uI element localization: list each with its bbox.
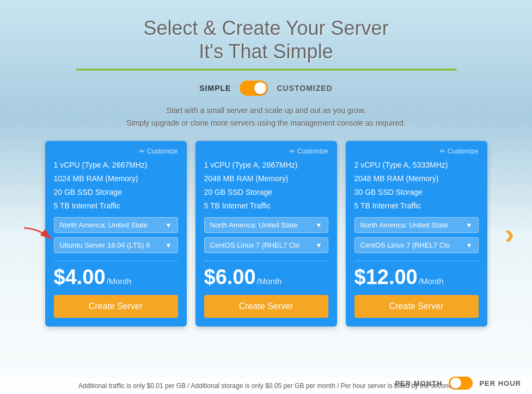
card1-divider bbox=[54, 261, 178, 261]
customize-label-3: Customize bbox=[448, 147, 479, 155]
pricing-card-3: ✏ Customize 2 vCPU (Type A, 5333MHz) 204… bbox=[346, 141, 487, 327]
card1-spec-3: 20 GB SSD Storage bbox=[54, 187, 178, 198]
subtitle-line2: Simply upgrade or clone more servers usi… bbox=[126, 119, 406, 127]
mode-toggle-row: SIMPLE CUSTOMIZED bbox=[199, 81, 332, 96]
card2-period: /Month bbox=[257, 276, 282, 286]
os-dropdown-arrow-2: ▼ bbox=[316, 242, 322, 249]
card2-region-dropdown[interactable]: North America: United State ▼ bbox=[204, 217, 328, 233]
os-dropdown-arrow-3: ▼ bbox=[466, 242, 473, 249]
subtitle: Start with a small server and scale up a… bbox=[126, 104, 406, 129]
card1-price: $4.00 bbox=[54, 267, 106, 287]
pencil-icon-3: ✏ bbox=[440, 147, 445, 155]
customize-link-2[interactable]: ✏ Customize bbox=[204, 147, 328, 155]
create-server-btn-3[interactable]: Create Server bbox=[354, 295, 479, 318]
card2-price: $6.00 bbox=[204, 267, 256, 287]
card2-spec-3: 20 GB SSD Storage bbox=[204, 187, 328, 198]
next-arrow[interactable]: › bbox=[505, 218, 514, 250]
customize-link-3[interactable]: ✏ Customize bbox=[354, 147, 479, 155]
card2-price-row: $6.00 /Month bbox=[204, 267, 328, 287]
page-title: Select & Create Your Server It's That Si… bbox=[143, 16, 388, 63]
card2-region-value: North America: United State bbox=[210, 221, 298, 229]
create-server-btn-1[interactable]: Create Server bbox=[54, 295, 178, 318]
card3-os-dropdown[interactable]: CentOS Linux 7 (RHEL7 Clo ▼ bbox=[354, 237, 479, 253]
customized-label: CUSTOMIZED bbox=[277, 84, 332, 93]
os-dropdown-arrow-1: ▼ bbox=[166, 242, 172, 249]
title-line1: Select & Create Your Server bbox=[143, 17, 388, 39]
card1-spec-1: 1 vCPU (Type A, 2667MHz) bbox=[54, 159, 178, 171]
card2-os-value: CentOS Linux 7 (RHEL7 Clo bbox=[210, 241, 300, 249]
create-server-btn-2[interactable]: Create Server bbox=[204, 295, 328, 318]
subtitle-line1: Start with a small server and scale up a… bbox=[167, 106, 366, 115]
card3-os-value: CentOS Linux 7 (RHEL7 Clo bbox=[360, 241, 450, 249]
card3-period: /Month bbox=[419, 276, 444, 286]
card3-spec-4: 5 TB Internet Traffic bbox=[354, 200, 479, 212]
pricing-card-1: ✏ Customize 1 vCPU (Type A, 2667MHz) 102… bbox=[45, 141, 187, 327]
card2-spec-2: 2048 MB RAM (Memory) bbox=[204, 173, 328, 184]
card1-os-dropdown[interactable]: Ubuntu Server 18.04 (LTS) 6 ▼ bbox=[54, 237, 178, 253]
arrow-indicator bbox=[21, 225, 54, 249]
card3-price: $12.00 bbox=[354, 267, 418, 287]
customize-link-1[interactable]: ✏ Customize bbox=[54, 147, 178, 155]
card3-spec-1: 2 vCPU (Type A, 5333MHz) bbox=[354, 159, 479, 171]
pencil-icon-1: ✏ bbox=[139, 147, 145, 155]
region-dropdown-arrow-1: ▼ bbox=[166, 221, 172, 229]
pricing-cards: ✏ Customize 1 vCPU (Type A, 2667MHz) 102… bbox=[45, 141, 487, 327]
card2-spec-4: 5 TB Internet Traffic bbox=[204, 200, 328, 212]
region-dropdown-arrow-3: ▼ bbox=[466, 221, 473, 229]
card3-region-dropdown[interactable]: North America: United State ▼ bbox=[354, 217, 479, 233]
card1-price-row: $4.00 /Month bbox=[54, 267, 178, 287]
card3-region-value: North America: United State bbox=[360, 221, 448, 229]
customize-label-2: Customize bbox=[297, 147, 328, 155]
region-dropdown-arrow-2: ▼ bbox=[316, 221, 322, 229]
green-divider bbox=[76, 69, 457, 71]
card1-period: /Month bbox=[107, 276, 132, 286]
card2-spec-1: 1 vCPU (Type A, 2667MHz) bbox=[204, 159, 328, 171]
mode-toggle[interactable] bbox=[240, 81, 268, 96]
simple-label: SIMPLE bbox=[199, 84, 231, 93]
card1-region-dropdown[interactable]: North America: United State ▼ bbox=[54, 217, 178, 233]
card1-spec-2: 1024 MB RAM (Memory) bbox=[54, 173, 178, 184]
customize-label-1: Customize bbox=[147, 147, 178, 155]
page-content: Select & Create Your Server It's That Si… bbox=[0, 0, 532, 394]
card3-price-row: $12.00 /Month bbox=[354, 267, 479, 287]
card3-spec-2: 2048 MB RAM (Memory) bbox=[354, 173, 479, 184]
pencil-icon-2: ✏ bbox=[290, 147, 295, 155]
card2-os-dropdown[interactable]: CentOS Linux 7 (RHEL7 Clo ▼ bbox=[204, 237, 328, 253]
card3-divider bbox=[354, 261, 479, 261]
card2-divider bbox=[204, 261, 328, 261]
card1-os-value: Ubuntu Server 18.04 (LTS) 6 bbox=[60, 241, 150, 249]
card1-region-value: North America: United State bbox=[60, 221, 148, 229]
card3-spec-3: 30 GB SSD Storage bbox=[354, 187, 479, 198]
card1-spec-4: 5 TB Internet Traffic bbox=[54, 200, 178, 212]
pricing-card-2: ✏ Customize 1 vCPU (Type A, 2667MHz) 204… bbox=[195, 141, 337, 327]
title-line2: It's That Simple bbox=[199, 40, 333, 63]
